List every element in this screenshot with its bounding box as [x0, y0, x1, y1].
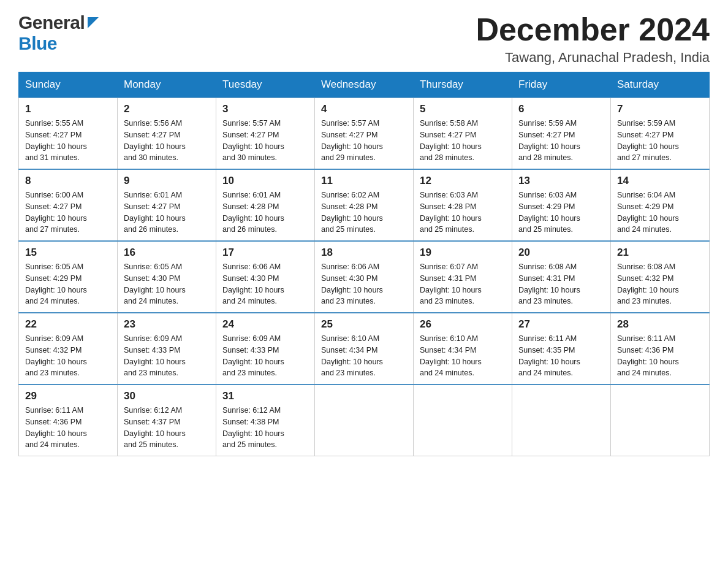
day-number: 19 — [420, 247, 506, 259]
day-number: 15 — [25, 247, 111, 259]
cell-info: Sunrise: 6:10 AM Sunset: 4:34 PM Dayligh… — [420, 333, 506, 379]
calendar-cell: 30 Sunrise: 6:12 AM Sunset: 4:37 PM Dayl… — [118, 385, 216, 456]
calendar-cell: 11 Sunrise: 6:02 AM Sunset: 4:28 PM Dayl… — [315, 169, 414, 241]
day-number: 4 — [321, 103, 407, 115]
day-number: 8 — [25, 175, 111, 187]
cell-info: Sunrise: 5:57 AM Sunset: 4:27 PM Dayligh… — [222, 118, 308, 164]
day-number: 2 — [124, 103, 210, 115]
calendar-cell: 9 Sunrise: 6:01 AM Sunset: 4:27 PM Dayli… — [118, 169, 216, 241]
calendar-cell — [512, 385, 611, 456]
calendar-cell: 6 Sunrise: 5:59 AM Sunset: 4:27 PM Dayli… — [512, 98, 611, 169]
calendar-cell — [414, 385, 512, 456]
cell-info: Sunrise: 6:01 AM Sunset: 4:28 PM Dayligh… — [222, 190, 308, 236]
calendar-cell: 5 Sunrise: 5:58 AM Sunset: 4:27 PM Dayli… — [414, 98, 512, 169]
calendar-cell: 23 Sunrise: 6:09 AM Sunset: 4:33 PM Dayl… — [118, 313, 216, 385]
page-header: General Blue December 2024 Tawang, Aruna… — [18, 12, 710, 66]
svg-marker-0 — [88, 17, 99, 28]
day-number: 30 — [124, 390, 210, 402]
cell-info: Sunrise: 6:09 AM Sunset: 4:32 PM Dayligh… — [25, 333, 111, 379]
calendar-cell: 26 Sunrise: 6:10 AM Sunset: 4:34 PM Dayl… — [414, 313, 512, 385]
cell-info: Sunrise: 6:07 AM Sunset: 4:31 PM Dayligh… — [420, 261, 506, 307]
day-number: 12 — [420, 175, 506, 187]
day-number: 29 — [25, 390, 111, 402]
day-number: 13 — [518, 175, 604, 187]
cell-info: Sunrise: 6:05 AM Sunset: 4:29 PM Dayligh… — [25, 261, 111, 307]
day-number: 24 — [222, 318, 308, 331]
calendar-cell: 31 Sunrise: 6:12 AM Sunset: 4:38 PM Dayl… — [216, 385, 315, 456]
calendar-cell: 15 Sunrise: 6:05 AM Sunset: 4:29 PM Dayl… — [19, 241, 118, 313]
day-number: 11 — [321, 175, 407, 187]
calendar-cell: 16 Sunrise: 6:05 AM Sunset: 4:30 PM Dayl… — [118, 241, 216, 313]
day-number: 6 — [518, 103, 604, 115]
cell-info: Sunrise: 6:11 AM Sunset: 4:35 PM Dayligh… — [518, 333, 604, 379]
calendar-cell: 12 Sunrise: 6:03 AM Sunset: 4:28 PM Dayl… — [414, 169, 512, 241]
cell-info: Sunrise: 6:04 AM Sunset: 4:29 PM Dayligh… — [617, 190, 703, 236]
day-number: 21 — [617, 247, 703, 259]
calendar-week-5: 29 Sunrise: 6:11 AM Sunset: 4:36 PM Dayl… — [19, 385, 710, 456]
col-thursday: Thursday — [414, 72, 512, 98]
cell-info: Sunrise: 6:11 AM Sunset: 4:36 PM Dayligh… — [25, 405, 111, 451]
logo-blue-text: Blue — [18, 33, 57, 53]
day-number: 22 — [25, 318, 111, 331]
cell-info: Sunrise: 6:08 AM Sunset: 4:32 PM Dayligh… — [617, 261, 703, 307]
calendar-week-2: 8 Sunrise: 6:00 AM Sunset: 4:27 PM Dayli… — [19, 169, 710, 241]
calendar-cell: 22 Sunrise: 6:09 AM Sunset: 4:32 PM Dayl… — [19, 313, 118, 385]
day-number: 28 — [617, 318, 703, 331]
calendar-cell: 24 Sunrise: 6:09 AM Sunset: 4:33 PM Dayl… — [216, 313, 315, 385]
day-number: 1 — [25, 103, 111, 115]
day-number: 20 — [518, 247, 604, 259]
col-tuesday: Tuesday — [216, 72, 315, 98]
day-number: 27 — [518, 318, 604, 331]
day-number: 23 — [124, 318, 210, 331]
calendar-cell: 13 Sunrise: 6:03 AM Sunset: 4:29 PM Dayl… — [512, 169, 611, 241]
day-number: 18 — [321, 247, 407, 259]
cell-info: Sunrise: 6:06 AM Sunset: 4:30 PM Dayligh… — [222, 261, 308, 307]
calendar-cell: 29 Sunrise: 6:11 AM Sunset: 4:36 PM Dayl… — [19, 385, 118, 456]
day-number: 9 — [124, 175, 210, 187]
day-number: 17 — [222, 247, 308, 259]
cell-info: Sunrise: 6:00 AM Sunset: 4:27 PM Dayligh… — [25, 190, 111, 236]
cell-info: Sunrise: 5:57 AM Sunset: 4:27 PM Dayligh… — [321, 118, 407, 164]
col-sunday: Sunday — [19, 72, 118, 98]
cell-info: Sunrise: 6:09 AM Sunset: 4:33 PM Dayligh… — [124, 333, 210, 379]
calendar-cell: 4 Sunrise: 5:57 AM Sunset: 4:27 PM Dayli… — [315, 98, 414, 169]
cell-info: Sunrise: 6:03 AM Sunset: 4:29 PM Dayligh… — [518, 190, 604, 236]
calendar-week-3: 15 Sunrise: 6:05 AM Sunset: 4:29 PM Dayl… — [19, 241, 710, 313]
day-number: 3 — [222, 103, 308, 115]
cell-info: Sunrise: 6:06 AM Sunset: 4:30 PM Dayligh… — [321, 261, 407, 307]
cell-info: Sunrise: 5:55 AM Sunset: 4:27 PM Dayligh… — [25, 118, 111, 164]
calendar-table: Sunday Monday Tuesday Wednesday Thursday… — [18, 72, 710, 456]
day-number: 25 — [321, 318, 407, 331]
day-number: 7 — [617, 103, 703, 115]
calendar-cell: 21 Sunrise: 6:08 AM Sunset: 4:32 PM Dayl… — [611, 241, 710, 313]
cell-info: Sunrise: 5:59 AM Sunset: 4:27 PM Dayligh… — [617, 118, 703, 164]
calendar-title: December 2024 — [476, 12, 710, 47]
logo-arrow-icon — [86, 16, 100, 32]
day-number: 14 — [617, 175, 703, 187]
day-number: 5 — [420, 103, 506, 115]
cell-info: Sunrise: 6:10 AM Sunset: 4:34 PM Dayligh… — [321, 333, 407, 379]
calendar-week-4: 22 Sunrise: 6:09 AM Sunset: 4:32 PM Dayl… — [19, 313, 710, 385]
day-number: 31 — [222, 390, 308, 402]
calendar-cell: 3 Sunrise: 5:57 AM Sunset: 4:27 PM Dayli… — [216, 98, 315, 169]
logo: General Blue — [18, 12, 100, 54]
calendar-cell: 19 Sunrise: 6:07 AM Sunset: 4:31 PM Dayl… — [414, 241, 512, 313]
calendar-cell: 14 Sunrise: 6:04 AM Sunset: 4:29 PM Dayl… — [611, 169, 710, 241]
calendar-cell: 28 Sunrise: 6:11 AM Sunset: 4:36 PM Dayl… — [611, 313, 710, 385]
title-block: December 2024 Tawang, Arunachal Pradesh,… — [476, 12, 710, 66]
cell-info: Sunrise: 6:03 AM Sunset: 4:28 PM Dayligh… — [420, 190, 506, 236]
calendar-cell: 20 Sunrise: 6:08 AM Sunset: 4:31 PM Dayl… — [512, 241, 611, 313]
calendar-cell: 10 Sunrise: 6:01 AM Sunset: 4:28 PM Dayl… — [216, 169, 315, 241]
cell-info: Sunrise: 6:11 AM Sunset: 4:36 PM Dayligh… — [617, 333, 703, 379]
cell-info: Sunrise: 5:56 AM Sunset: 4:27 PM Dayligh… — [124, 118, 210, 164]
day-number: 26 — [420, 318, 506, 331]
calendar-cell: 7 Sunrise: 5:59 AM Sunset: 4:27 PM Dayli… — [611, 98, 710, 169]
col-monday: Monday — [118, 72, 216, 98]
cell-info: Sunrise: 6:12 AM Sunset: 4:38 PM Dayligh… — [222, 405, 308, 451]
cell-info: Sunrise: 6:05 AM Sunset: 4:30 PM Dayligh… — [124, 261, 210, 307]
day-number: 10 — [222, 175, 308, 187]
day-number: 16 — [124, 247, 210, 259]
cell-info: Sunrise: 5:58 AM Sunset: 4:27 PM Dayligh… — [420, 118, 506, 164]
cell-info: Sunrise: 6:01 AM Sunset: 4:27 PM Dayligh… — [124, 190, 210, 236]
calendar-cell: 8 Sunrise: 6:00 AM Sunset: 4:27 PM Dayli… — [19, 169, 118, 241]
